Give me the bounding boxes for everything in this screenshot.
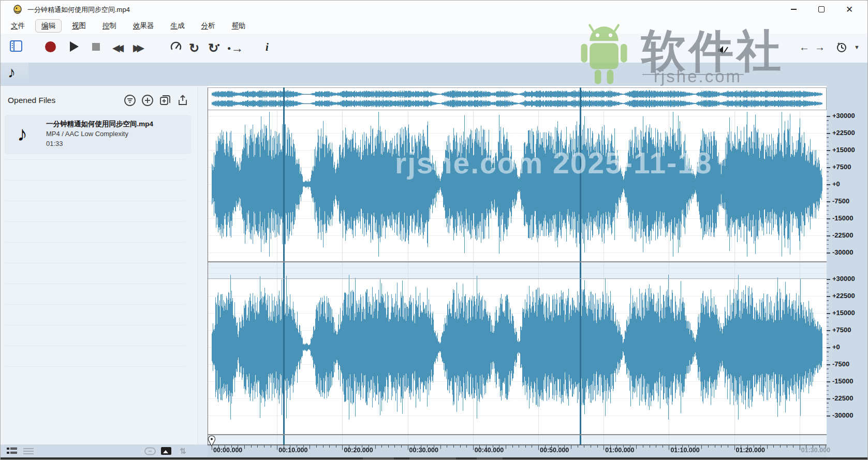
- opened-files-panel: Opened Files ♪ 一分钟精通如何使用同步空间.mp4 MP4 /: [1, 86, 198, 444]
- add-file-icon[interactable]: [141, 94, 154, 107]
- amplitude-label: +0: [832, 180, 840, 188]
- amplitude-label: +22500: [832, 129, 855, 137]
- speed-gauge-icon[interactable]: [170, 41, 182, 53]
- amplitude-label: -30000: [832, 248, 853, 256]
- window-title: 一分钟精通如何使用同步空间.mp4: [27, 5, 130, 14]
- scale-tick-minor: [827, 300, 829, 301]
- amplitude-label: +30000: [832, 112, 855, 120]
- title-bar: 一分钟精通如何使用同步空间.mp4 ✕: [1, 1, 868, 18]
- playhead-marker[interactable]: [207, 435, 216, 447]
- info-icon[interactable]: i: [266, 41, 269, 54]
- fast-forward-button[interactable]: ▶▶: [133, 42, 144, 54]
- sort-icon[interactable]: ⇅: [180, 447, 186, 456]
- amplitude-label: +22500: [832, 292, 855, 300]
- scale-tick-minor: [827, 385, 829, 387]
- minimize-button[interactable]: [782, 1, 805, 18]
- scale-tick-minor: [827, 283, 829, 284]
- file-row-separator: [6, 325, 186, 325]
- list-plain-icon[interactable]: [23, 447, 34, 456]
- play-button[interactable]: [70, 41, 79, 52]
- list-detail-icon[interactable]: [7, 447, 17, 456]
- menu-item-4[interactable]: 效果器: [127, 19, 160, 33]
- file-row-separator: [6, 180, 186, 181]
- amplitude-label: -15000: [832, 377, 853, 385]
- file-row-separator: [6, 242, 186, 243]
- zoom-slider[interactable]: [642, 74, 744, 75]
- timeline-label: 00:40.000: [475, 447, 504, 454]
- loop-selection-icon[interactable]: ↻●: [208, 41, 222, 55]
- menu-item-1[interactable]: 编辑: [35, 19, 62, 33]
- maximize-button[interactable]: [810, 1, 833, 18]
- scale-tick-minor: [827, 288, 829, 289]
- scale-tick-minor: [827, 248, 829, 249]
- waveform-canvas[interactable]: [208, 86, 827, 444]
- play-from-cursor-icon[interactable]: ●→: [227, 41, 243, 55]
- amplitude-scale[interactable]: +30000+22500+15000+7500+0-7500-15000-225…: [827, 86, 868, 457]
- menu-item-2[interactable]: 视图: [66, 19, 92, 33]
- amplitude-label: +0: [832, 343, 840, 351]
- scale-tick: [827, 167, 830, 168]
- dropdown-arrow-icon[interactable]: ▼: [854, 44, 860, 50]
- file-duration: 01:33: [46, 140, 63, 147]
- amplitude-label: +30000: [832, 275, 855, 283]
- menu-bar: 文件编辑视图控制效果器生成分析帮助: [1, 18, 868, 34]
- amplitude-label: -7500: [832, 360, 849, 368]
- link-icon[interactable]: [144, 447, 156, 456]
- audio-tab-note-icon[interactable]: ♪: [8, 64, 16, 81]
- scale-tick-minor: [827, 214, 829, 215]
- scale-tick-minor: [827, 377, 829, 378]
- back-arrow-icon[interactable]: ←: [799, 41, 810, 53]
- scale-tick-minor: [827, 334, 829, 335]
- speaker-muted-icon[interactable]: [717, 45, 728, 55]
- audio-editor-window: 一分钟精通如何使用同步空间.mp4 ✕ 文件编辑视图控制效果器生成分析帮助 ◀◀…: [0, 0, 868, 460]
- scale-tick-minor: [827, 360, 829, 361]
- scale-tick-minor: [827, 176, 829, 177]
- scale-tick-minor: [827, 407, 829, 408]
- file-format: MP4 / AAC Low Complexity: [46, 130, 128, 138]
- menu-item-6[interactable]: 分析: [195, 19, 222, 33]
- amplitude-label: +7500: [832, 326, 851, 334]
- scale-tick: [827, 296, 830, 297]
- scale-tick: [827, 133, 830, 134]
- thumbnail-icon[interactable]: [161, 447, 171, 455]
- scale-tick: [827, 253, 830, 254]
- scale-tick: [827, 347, 830, 348]
- amplitude-label: -7500: [832, 197, 849, 205]
- sidebar-toggle-icon[interactable]: [10, 40, 22, 52]
- close-button[interactable]: ✕: [837, 1, 861, 18]
- file-row-separator: [6, 263, 186, 263]
- forward-arrow-icon[interactable]: →: [815, 41, 825, 53]
- amplitude-label: -30000: [832, 411, 853, 419]
- amplitude-label: -22500: [832, 231, 853, 239]
- menu-item-3[interactable]: 控制: [96, 19, 123, 33]
- scale-tick: [827, 398, 830, 399]
- scale-tick-minor: [827, 129, 829, 130]
- menu-item-0[interactable]: 文件: [5, 19, 31, 33]
- scale-tick: [827, 116, 830, 117]
- scale-tick: [827, 381, 830, 382]
- scale-tick-minor: [827, 322, 829, 323]
- record-button[interactable]: [45, 41, 56, 52]
- export-icon[interactable]: [176, 94, 189, 107]
- rewind-button[interactable]: ◀◀: [112, 42, 124, 54]
- scale-tick-minor: [827, 309, 829, 310]
- menu-item-7[interactable]: 帮助: [226, 19, 252, 33]
- timeline-label: 00:00.000: [213, 447, 242, 454]
- app-icon: [13, 5, 22, 14]
- stop-button[interactable]: [92, 43, 100, 51]
- scale-tick: [827, 364, 830, 365]
- loop-icon[interactable]: ↻: [189, 41, 199, 55]
- scale-tick-minor: [827, 171, 829, 172]
- scale-tick-minor: [827, 240, 829, 241]
- history-icon[interactable]: [835, 41, 848, 53]
- scale-tick-minor: [827, 326, 829, 327]
- file-list-item[interactable]: ♪ 一分钟精通如何使用同步空间.mp4 MP4 / AAC Low Comple…: [5, 115, 191, 154]
- scale-tick-minor: [827, 227, 829, 228]
- filter-icon[interactable]: [124, 94, 136, 107]
- scale-tick: [827, 235, 830, 236]
- menu-item-5[interactable]: 生成: [165, 19, 191, 33]
- scale-tick-minor: [827, 343, 829, 344]
- duplicate-file-icon[interactable]: [159, 94, 171, 107]
- scale-tick-minor: [827, 305, 829, 306]
- scale-tick: [827, 313, 830, 314]
